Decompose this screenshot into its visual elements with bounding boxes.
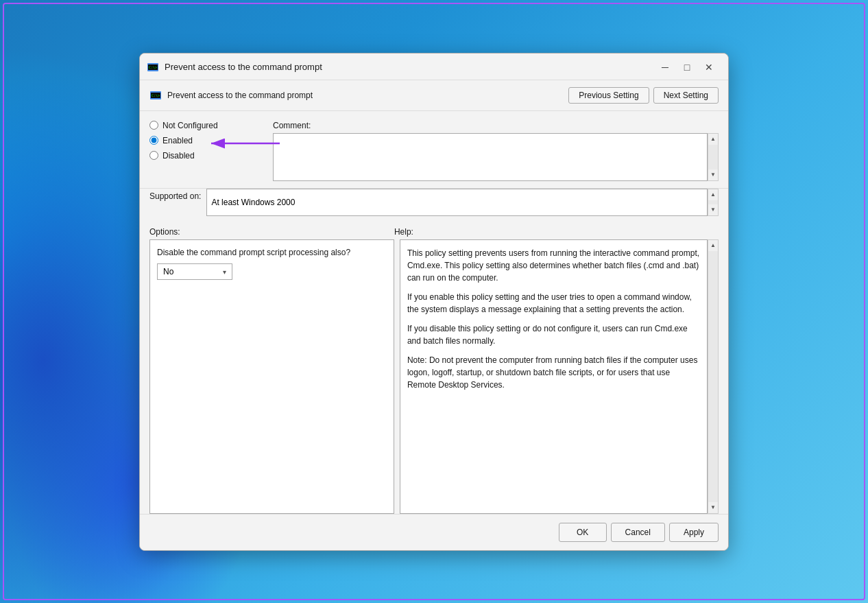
ok-button[interactable]: OK bbox=[559, 523, 607, 542]
apply-button[interactable]: Apply bbox=[669, 523, 719, 542]
main-dialog: C:\> Prevent access to the command promp… bbox=[139, 53, 729, 551]
help-scroll-track bbox=[708, 251, 718, 502]
window-controls: ─ □ ✕ bbox=[655, 60, 719, 74]
scroll-down-arrow[interactable]: ▼ bbox=[708, 169, 718, 180]
help-panel: This policy setting prevents users from … bbox=[400, 239, 708, 514]
radio-group: Not Configured Enabled bbox=[149, 121, 273, 181]
comment-input[interactable] bbox=[273, 133, 708, 181]
two-col-area: Options: Help: Disable the command promp… bbox=[140, 223, 728, 514]
minimize-button[interactable]: ─ bbox=[655, 60, 675, 74]
enabled-radio[interactable] bbox=[149, 136, 158, 145]
supported-on-row: Supported on: At least Windows 2000 ▲ ▼ bbox=[140, 189, 728, 223]
svg-text:C:\>: C:\> bbox=[152, 93, 160, 97]
help-paragraph: Note: Do not prevent the computer from r… bbox=[407, 354, 700, 391]
config-section: Not Configured Enabled bbox=[140, 111, 728, 189]
help-paragraph: This policy setting prevents users from … bbox=[407, 247, 700, 284]
next-setting-button[interactable]: Next Setting bbox=[653, 87, 719, 104]
maximize-button[interactable]: □ bbox=[677, 60, 697, 74]
enabled-label: Enabled bbox=[162, 136, 193, 145]
supported-on-text: At least Windows 2000 bbox=[211, 198, 295, 207]
supported-on-label: Supported on: bbox=[149, 189, 201, 201]
help-paragraph: If you enable this policy setting and th… bbox=[407, 291, 700, 316]
cancel-button[interactable]: Cancel bbox=[611, 523, 665, 542]
supported-scroll-up[interactable]: ▲ bbox=[708, 189, 718, 200]
header-title: Prevent access to the command prompt bbox=[167, 91, 563, 100]
content-area: Not Configured Enabled bbox=[140, 111, 728, 514]
disabled-option[interactable]: Disabled bbox=[149, 151, 273, 161]
scroll-track bbox=[708, 145, 718, 169]
options-col-label: Options: bbox=[149, 227, 394, 237]
dialog-title: Prevent access to the command prompt bbox=[165, 62, 650, 72]
options-question: Disable the command prompt script proces… bbox=[157, 247, 387, 259]
scroll-up-arrow[interactable]: ▲ bbox=[708, 134, 718, 145]
nav-buttons: Previous Setting Next Setting bbox=[568, 87, 719, 104]
dropdown-select[interactable]: No ▾ bbox=[157, 263, 232, 280]
supported-on-wrap: At least Windows 2000 ▲ ▼ bbox=[206, 189, 719, 216]
dropdown-value: No bbox=[163, 267, 173, 276]
header-row: C:\> Prevent access to the command promp… bbox=[140, 80, 728, 111]
comment-scrollbar[interactable]: ▲ ▼ bbox=[708, 133, 719, 181]
previous-setting-button[interactable]: Previous Setting bbox=[568, 87, 649, 104]
panels-row: Disable the command prompt script proces… bbox=[149, 239, 719, 514]
not-configured-radio[interactable] bbox=[149, 121, 158, 130]
title-bar: C:\> Prevent access to the command promp… bbox=[140, 54, 728, 80]
help-scroll-down[interactable]: ▼ bbox=[708, 502, 718, 513]
help-panel-wrap: This policy setting prevents users from … bbox=[400, 239, 719, 514]
supported-scroll-down[interactable]: ▼ bbox=[708, 204, 718, 215]
help-scroll-up[interactable]: ▲ bbox=[708, 240, 718, 251]
help-col-label: Help: bbox=[394, 227, 413, 237]
supported-scrollbar[interactable]: ▲ ▼ bbox=[708, 189, 719, 216]
svg-text:C:\>: C:\> bbox=[149, 65, 157, 69]
comment-section: Comment: ▲ ▼ bbox=[273, 121, 719, 181]
dropdown-arrow-icon: ▾ bbox=[223, 268, 226, 276]
col-labels: Options: Help: bbox=[149, 223, 719, 239]
help-paragraph: If you disable this policy setting or do… bbox=[407, 322, 700, 347]
options-panel: Disable the command prompt script proces… bbox=[149, 239, 394, 514]
disabled-radio[interactable] bbox=[149, 151, 158, 160]
enabled-option[interactable]: Enabled bbox=[149, 136, 273, 145]
dialog-title-icon: C:\> bbox=[147, 61, 159, 73]
supported-on-value: At least Windows 2000 bbox=[206, 189, 708, 216]
not-configured-option[interactable]: Not Configured bbox=[149, 121, 273, 130]
help-scrollbar[interactable]: ▲ ▼ bbox=[708, 239, 719, 514]
comment-label: Comment: bbox=[273, 121, 719, 130]
not-configured-label: Not Configured bbox=[162, 121, 218, 130]
dialog-footer: OK Cancel Apply bbox=[140, 514, 728, 550]
close-button[interactable]: ✕ bbox=[699, 60, 719, 74]
disabled-label: Disabled bbox=[162, 151, 195, 161]
header-icon: C:\> bbox=[149, 89, 162, 102]
